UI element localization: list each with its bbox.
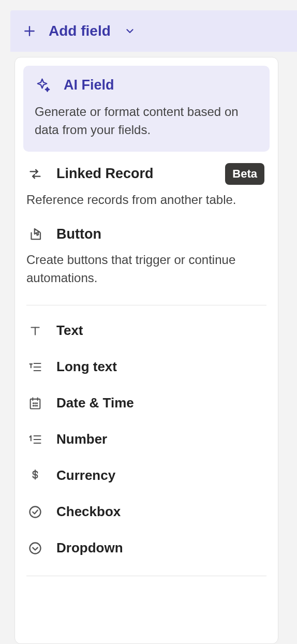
text-icon xyxy=(26,322,44,340)
divider xyxy=(26,305,266,305)
checkbox-icon xyxy=(26,503,44,521)
svg-point-12 xyxy=(33,403,34,403)
svg-point-13 xyxy=(35,403,35,403)
option-description: Create buttons that trigger or continue … xyxy=(26,251,266,287)
field-type-number[interactable]: Number xyxy=(26,421,266,458)
field-type-long-text[interactable]: Long text xyxy=(26,349,266,385)
field-type-label: Text xyxy=(56,323,83,339)
number-icon xyxy=(26,431,44,448)
field-type-label: Checkbox xyxy=(56,504,121,520)
add-field-dropdown: AI Field Generate or format content base… xyxy=(14,57,278,644)
option-title: AI Field xyxy=(64,77,114,93)
option-linked-record[interactable]: Linked Record Beta Reference records fro… xyxy=(23,157,270,217)
svg-point-25 xyxy=(30,543,41,553)
add-field-label: Add field xyxy=(49,23,111,39)
svg-point-15 xyxy=(33,405,34,406)
dropdown-icon xyxy=(26,539,44,557)
field-type-text[interactable]: Text xyxy=(26,313,266,349)
field-type-date-time[interactable]: Date & Time xyxy=(26,385,266,421)
field-type-label: Long text xyxy=(56,359,117,375)
option-ai-field[interactable]: AI Field Generate or format content base… xyxy=(23,66,270,152)
field-type-list: Text Long text xyxy=(23,313,270,566)
field-type-currency[interactable]: Currency xyxy=(26,458,266,494)
field-type-checkbox[interactable]: Checkbox xyxy=(26,494,266,530)
plus-icon xyxy=(21,22,38,40)
add-field-button[interactable]: Add field xyxy=(10,10,297,52)
button-icon xyxy=(26,225,44,243)
field-type-dropdown[interactable]: Dropdown xyxy=(26,530,266,566)
option-title: Button xyxy=(56,226,101,242)
svg-point-17 xyxy=(37,405,37,406)
field-type-label: Currency xyxy=(56,467,115,484)
beta-badge: Beta xyxy=(225,163,264,185)
linked-record-icon xyxy=(26,165,44,183)
divider xyxy=(26,576,266,576)
field-type-label: Date & Time xyxy=(56,395,134,411)
field-type-label: Number xyxy=(56,431,107,447)
currency-icon xyxy=(26,467,44,485)
option-button[interactable]: Button Create buttons that trigger or co… xyxy=(23,217,270,296)
option-title: Linked Record xyxy=(56,166,154,182)
option-description: Reference records from another table. xyxy=(26,191,266,209)
long-text-icon xyxy=(26,358,44,376)
svg-point-16 xyxy=(35,405,35,406)
svg-point-14 xyxy=(37,403,37,403)
svg-point-24 xyxy=(30,506,41,517)
option-description: Generate or format content based on data… xyxy=(35,103,258,139)
calendar-icon xyxy=(26,394,44,412)
sparkle-icon xyxy=(35,76,52,94)
field-type-label: Dropdown xyxy=(56,540,123,556)
chevron-down-icon xyxy=(121,22,139,40)
